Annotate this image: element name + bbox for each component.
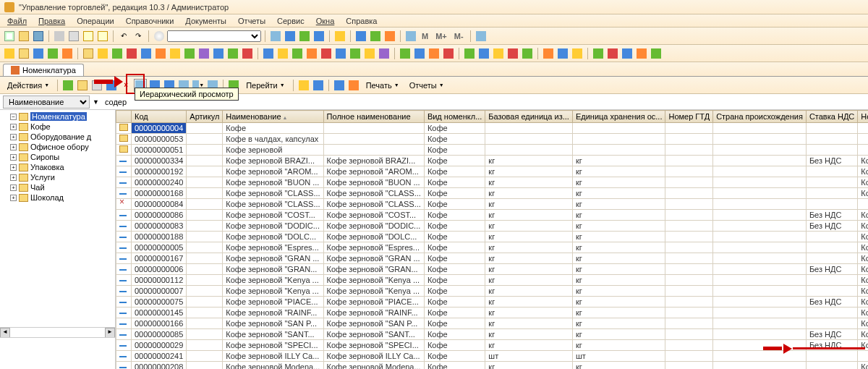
table-row[interactable]: 00000000086Кофе зерновой "COST...Кофе зе… [116, 210, 869, 221]
tr2-4[interactable] [46, 47, 59, 60]
expander-icon[interactable]: + [10, 134, 17, 140]
table-row[interactable]: 00000000188Кофе зерновой "DOLC...Кофе зе… [116, 232, 869, 242]
table-row[interactable]: 00000000241Кофе зерновой ILLY Ca...Кофе … [116, 351, 869, 362]
table-row[interactable]: 00000000334Кофе зерновой BRAZI...Кофе зе… [116, 156, 869, 166]
tr2-33[interactable] [492, 47, 505, 60]
expander-icon[interactable]: + [10, 124, 17, 130]
paste-button[interactable] [82, 30, 95, 43]
tr2-12[interactable] [169, 47, 182, 60]
column-header[interactable]: Ставка НДС [806, 111, 857, 123]
tr2-8[interactable] [111, 47, 124, 60]
expander-icon[interactable]: + [10, 184, 17, 191]
table-row[interactable]: 00000000083Кофе зерновой "DODIC...Кофе з… [116, 221, 869, 232]
table-row[interactable]: 00000000167Кофе зерновой "GRAN ...Кофе з… [116, 253, 869, 264]
tr2-37[interactable] [556, 47, 569, 60]
paste-special-button[interactable] [96, 30, 109, 43]
tr2-34[interactable] [506, 47, 519, 60]
tree-item[interactable]: +Упаковка [10, 162, 114, 172]
table-row[interactable]: 00000000075Кофе зерновой "PIACE...Кофе з… [116, 297, 869, 308]
undo-button[interactable]: ↶ [117, 30, 130, 43]
table-row[interactable]: 00000000051Кофе зерновойКофе [116, 145, 869, 156]
add-button[interactable] [61, 79, 75, 92]
table-row[interactable]: 00000000029Кофе зерновой "SPECI...Кофе з… [116, 340, 869, 351]
table-row[interactable]: 00000000240Кофе зерновой "BUON ...Кофе з… [116, 177, 869, 188]
column-header[interactable]: Артикул [187, 111, 223, 123]
table-row[interactable]: 00000000006Кофе зерновой "GRAN...Кофе зе… [116, 264, 869, 275]
redo-button[interactable]: ↷ [132, 30, 145, 43]
tb-a3[interactable] [298, 30, 311, 43]
grid-panel[interactable]: КодАртикулНаименованиеПолное наименовани… [116, 110, 868, 369]
tr2-19[interactable] [276, 47, 289, 60]
tr2-14[interactable] [197, 47, 210, 60]
tr2-3[interactable] [32, 47, 45, 60]
copy-button[interactable] [67, 30, 80, 43]
tr2-5[interactable] [61, 47, 74, 60]
tr2-41[interactable] [621, 47, 634, 60]
find-button[interactable] [153, 30, 166, 43]
expander-icon[interactable]: + [10, 195, 17, 201]
expander-icon[interactable]: + [10, 164, 17, 171]
tb-b3[interactable] [383, 30, 396, 43]
column-header[interactable]: Базовая единица из... [485, 111, 573, 123]
tr2-13[interactable] [183, 47, 196, 60]
tr2-28[interactable] [413, 47, 426, 60]
menu-help[interactable]: Справка [341, 16, 381, 26]
tree-item[interactable]: +Оборудование д [10, 132, 114, 142]
table-row[interactable]: 00000000168Кофе зерновой "CLASS...Кофе з… [116, 188, 869, 199]
settings-button[interactable] [475, 30, 488, 43]
menu-reports[interactable]: Отчеты [234, 16, 270, 26]
save-button[interactable] [32, 30, 45, 43]
tr2-25[interactable] [363, 47, 376, 60]
tree-item[interactable]: +Сиропы [10, 152, 114, 162]
tr2-6[interactable] [82, 47, 95, 60]
expander-icon[interactable]: − [10, 114, 17, 120]
tree-item[interactable]: +Кофе [10, 122, 114, 132]
column-header[interactable]: Наименование [223, 111, 323, 123]
tree-item[interactable]: +Шоколад [10, 192, 114, 203]
lt-4[interactable] [297, 79, 310, 92]
tr2-20[interactable] [291, 47, 304, 60]
tr2-29[interactable] [427, 47, 441, 60]
tr2-15[interactable] [212, 47, 225, 60]
tb-b1[interactable] [354, 30, 367, 43]
tr2-18[interactable] [262, 47, 275, 60]
tr2-2[interactable] [17, 47, 30, 60]
tab-nomenclature[interactable]: Номенклатура [3, 64, 84, 76]
tree-item[interactable]: +Услуги [10, 172, 114, 182]
column-header[interactable]: Вид номенкл... [424, 111, 485, 123]
expander-icon[interactable]: + [10, 154, 17, 161]
filter-field-select[interactable]: Наименование [3, 96, 90, 109]
reports-dropdown[interactable]: Отчеты▼ [405, 80, 448, 91]
table-row[interactable]: 00000000053Кофе в чалдах, капсулахКофе [116, 134, 869, 145]
tr2-21[interactable] [305, 47, 318, 60]
tree-item[interactable]: +Офисное обору [10, 142, 114, 152]
table-row[interactable]: 00000000208Кофе зерновой Modena...Кофе з… [116, 362, 869, 370]
new-button[interactable] [3, 30, 16, 43]
lt-6[interactable] [333, 79, 346, 92]
tr2-40[interactable] [606, 47, 619, 60]
tr2-31[interactable] [463, 47, 476, 60]
memory-mminus[interactable]: M- [451, 32, 467, 41]
open-button[interactable] [17, 30, 30, 43]
tb-a2[interactable] [284, 30, 297, 43]
menu-operations[interactable]: Операции [72, 16, 118, 26]
expander-icon[interactable]: + [10, 174, 17, 181]
table-row[interactable]: 00000000004КофеКофе [116, 123, 869, 134]
table-row[interactable]: 00000000085Кофе зерновой "SANT...Кофе зе… [116, 329, 869, 340]
column-header[interactable]: Код [132, 111, 187, 123]
tr2-16[interactable] [226, 47, 239, 60]
tr2-7[interactable] [96, 47, 109, 60]
table-row[interactable]: 00000000084Кофе зерновой "CLASS...Кофе з… [116, 199, 869, 210]
memory-m[interactable]: M [419, 32, 431, 41]
menu-windows[interactable]: Окна [312, 16, 339, 26]
tr2-11[interactable] [154, 47, 167, 60]
tr2-23[interactable] [334, 47, 347, 60]
tr2-35[interactable] [521, 47, 534, 60]
table-row[interactable]: 00000000192Кофе зерновой "AROM...Кофе зе… [116, 166, 869, 177]
column-header[interactable] [116, 111, 132, 123]
tr2-22[interactable] [320, 47, 333, 60]
column-header[interactable]: Номер ГТД [665, 111, 713, 123]
tr2-42[interactable] [635, 47, 648, 60]
tree-root[interactable]: − Номенклатура [10, 111, 114, 122]
tb-b2[interactable] [369, 30, 382, 43]
